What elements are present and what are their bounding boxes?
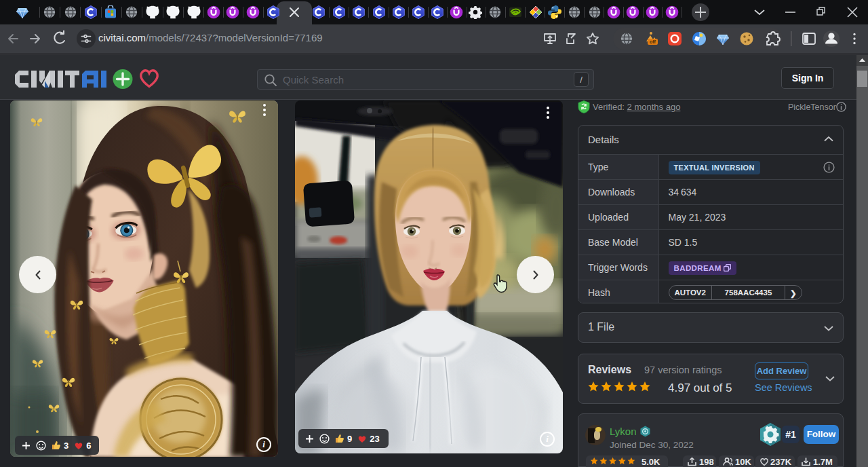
svg-text:off: off <box>650 39 656 44</box>
